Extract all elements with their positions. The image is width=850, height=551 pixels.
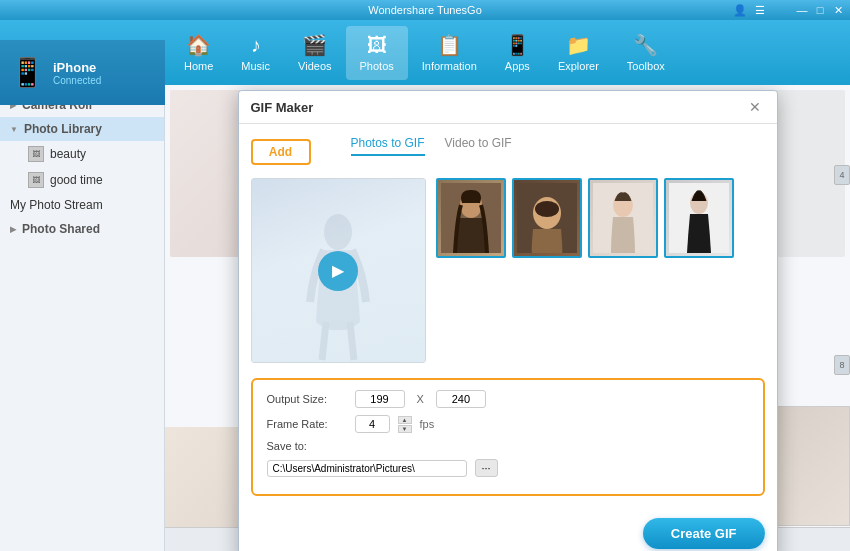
nav-explorer-label: Explorer: [558, 60, 599, 72]
device-bar: 📱 iPhone Connected: [0, 40, 165, 105]
expand-icon-2: ▶: [10, 225, 16, 234]
nav-information-label: Information: [422, 60, 477, 72]
window-controls: — □ ✕: [795, 3, 845, 17]
apps-icon: 📱: [505, 33, 530, 57]
dialog-content-area: ▶: [251, 178, 765, 363]
sidebar: ▶ Camera Roll ▼ Photo Library 🖼 beauty 🖼…: [0, 85, 165, 551]
dialog-close-button[interactable]: ✕: [745, 99, 765, 115]
photo-thumbs: [436, 178, 765, 258]
close-window-button[interactable]: ✕: [831, 3, 845, 17]
maximize-button[interactable]: □: [813, 3, 827, 17]
nav-home-label: Home: [184, 60, 213, 72]
sidebar-item-good-time[interactable]: 🖼 good time: [0, 167, 164, 193]
output-size-label: Output Size:: [267, 393, 347, 405]
nav-section: 📱 iPhone Connected 🏠 Home ♪ Music 🎬 Vide…: [0, 20, 850, 85]
videos-icon: 🎬: [302, 33, 327, 57]
beauty-label: beauty: [50, 147, 86, 161]
settings-area: Output Size: X Frame Rate: ▲ ▼: [251, 378, 765, 496]
frame-rate-spinner: ▲ ▼: [398, 416, 412, 433]
collapse-icon: ▼: [10, 125, 18, 134]
sidebar-item-beauty[interactable]: 🖼 beauty: [0, 141, 164, 167]
size-separator: X: [417, 393, 424, 405]
photo-thumb-3[interactable]: [588, 178, 658, 258]
sidebar-item-photo-shared[interactable]: ▶ Photo Shared: [0, 217, 164, 241]
nav-information[interactable]: 📋 Information: [408, 25, 491, 80]
nav-explorer[interactable]: 📁 Explorer: [544, 25, 613, 80]
device-icon: 📱: [10, 56, 45, 89]
browse-button[interactable]: ···: [475, 459, 498, 477]
device-name: iPhone: [53, 60, 101, 75]
spinner-down[interactable]: ▼: [398, 425, 412, 433]
thumb-1-image: [441, 183, 501, 253]
save-to-row: Save to:: [267, 440, 749, 452]
nav-music[interactable]: ♪ Music: [227, 26, 284, 80]
dialog-title: GIF Maker: [251, 100, 314, 115]
device-info: iPhone Connected: [53, 60, 101, 86]
photo-thumb-1[interactable]: [436, 178, 506, 258]
album-icon: 🖼: [28, 146, 44, 162]
nav-toolbox-label: Toolbox: [627, 60, 665, 72]
photo-thumb-4[interactable]: [664, 178, 734, 258]
main-layout: ▶ Camera Roll ▼ Photo Library 🖼 beauty 🖼…: [0, 85, 850, 551]
thumb-4-image: [669, 183, 729, 253]
svg-point-5: [535, 201, 559, 217]
my-photo-stream-label: My Photo Stream: [10, 198, 103, 212]
toolbox-icon: 🔧: [633, 33, 658, 57]
nav-apps[interactable]: 📱 Apps: [491, 25, 544, 80]
height-input[interactable]: [436, 390, 486, 408]
photo-strip: [436, 178, 765, 363]
preview-area: ▶: [251, 178, 426, 363]
dialog-header: GIF Maker ✕: [239, 91, 777, 124]
frame-rate-label: Frame Rate:: [267, 418, 347, 430]
add-button[interactable]: Add: [251, 139, 311, 165]
frame-rate-input[interactable]: [355, 415, 390, 433]
sidebar-item-my-photo-stream[interactable]: My Photo Stream: [0, 193, 164, 217]
dialog-tabs: Photos to GIF Video to GIF: [341, 136, 512, 156]
tab-video-to-gif[interactable]: Video to GIF: [445, 136, 512, 156]
dialog-body: Add Photos to GIF Video to GIF: [239, 124, 777, 508]
thumb-3-image: [593, 183, 653, 253]
album-icon-2: 🖼: [28, 172, 44, 188]
app-title: Wondershare TunesGo: [368, 4, 482, 16]
photo-library-label: Photo Library: [24, 122, 102, 136]
music-icon: ♪: [251, 34, 261, 57]
photo-thumb-2[interactable]: [512, 178, 582, 258]
home-icon: 🏠: [186, 33, 211, 57]
spinner-up[interactable]: ▲: [398, 416, 412, 424]
device-status: Connected: [53, 75, 101, 86]
photo-shared-label: Photo Shared: [22, 222, 100, 236]
tab-photos-to-gif[interactable]: Photos to GIF: [351, 136, 425, 156]
frame-rate-row: Frame Rate: ▲ ▼ fps: [267, 415, 749, 433]
dialog-top-row: Add Photos to GIF Video to GIF: [251, 136, 765, 168]
width-input[interactable]: [355, 390, 405, 408]
nav-videos-label: Videos: [298, 60, 331, 72]
save-path-input[interactable]: [267, 460, 467, 477]
thumb-2-image: [517, 183, 577, 253]
output-size-row: Output Size: X: [267, 390, 749, 408]
title-bar: Wondershare TunesGo 👤 ☰ — □ ✕: [0, 0, 850, 20]
good-time-label: good time: [50, 173, 103, 187]
nav-toolbox[interactable]: 🔧 Toolbox: [613, 25, 679, 80]
title-bar-user-controls: 👤 ☰: [733, 4, 765, 17]
nav-apps-label: Apps: [505, 60, 530, 72]
fps-label: fps: [420, 418, 435, 430]
user-icon[interactable]: 👤: [733, 4, 747, 17]
save-to-label: Save to:: [267, 440, 347, 452]
nav-videos[interactable]: 🎬 Videos: [284, 25, 345, 80]
dialog-footer: Create GIF: [239, 508, 777, 551]
photos-icon: 🖼: [367, 34, 387, 57]
minimize-button[interactable]: —: [795, 3, 809, 17]
play-button[interactable]: ▶: [318, 251, 358, 291]
path-row: ···: [267, 459, 749, 477]
create-gif-button[interactable]: Create GIF: [643, 518, 765, 549]
dialog-overlay: GIF Maker ✕ Add Photos to GIF Video to G…: [165, 85, 850, 551]
nav-photos[interactable]: 🖼 Photos: [346, 26, 408, 80]
information-icon: 📋: [437, 33, 462, 57]
nav-home[interactable]: 🏠 Home: [170, 25, 227, 80]
svg-point-0: [324, 214, 352, 250]
sidebar-item-photo-library[interactable]: ▼ Photo Library: [0, 117, 164, 141]
explorer-icon: 📁: [566, 33, 591, 57]
nav-photos-label: Photos: [360, 60, 394, 72]
content-area: 4 8 GIF Maker ✕: [165, 85, 850, 551]
menu-icon[interactable]: ☰: [755, 4, 765, 17]
